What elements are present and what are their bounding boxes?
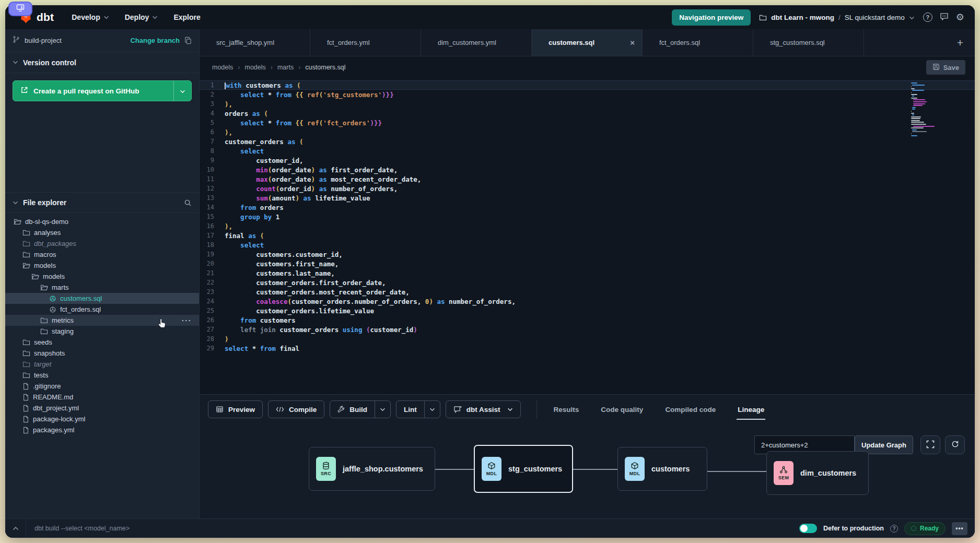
code-line[interactable]: 4orders as ( xyxy=(200,109,975,118)
code-line[interactable]: 15 group by 1 xyxy=(200,212,975,221)
code-line[interactable]: 28) xyxy=(200,334,975,344)
tab-customers-sql[interactable]: customers.sql× xyxy=(532,29,643,56)
navigation-preview-button[interactable]: Navigation preview xyxy=(672,9,751,26)
file-tree-item-fct-orders-sql[interactable]: fct_orders.sql xyxy=(5,304,199,315)
code-line[interactable]: 8 select xyxy=(200,146,975,156)
file-tree-item-marts[interactable]: marts xyxy=(5,282,199,293)
lint-button[interactable]: Lint xyxy=(396,400,440,418)
code-line[interactable]: 19 customers.customer_id, xyxy=(200,250,975,259)
file-tree-item-db-sl-qs-demo[interactable]: db-sl-qs-demo xyxy=(5,216,199,227)
code-line[interactable]: 26 from customers xyxy=(200,315,975,325)
code-editor[interactable]: 1with customers as (2 select * from {{ r… xyxy=(200,78,975,394)
nav-item-explore[interactable]: Explore xyxy=(173,13,200,21)
file-tree-item-seeds[interactable]: seeds xyxy=(5,337,199,348)
refresh-graph-button[interactable] xyxy=(945,435,965,454)
search-icon[interactable] xyxy=(184,199,192,207)
code-line[interactable]: 22 customer_orders.first_order_date, xyxy=(200,278,975,287)
account-breadcrumb[interactable]: dbt Learn - mwong / SL quickstart demo xyxy=(759,14,915,21)
copy-icon[interactable] xyxy=(184,37,192,44)
tab-stg-customers-sql[interactable]: stg_customers.sql xyxy=(753,29,864,56)
collapse-command-bar-button[interactable] xyxy=(5,519,26,538)
save-button[interactable]: Save xyxy=(926,60,965,75)
file-tree-item-snapshots[interactable]: snapshots xyxy=(5,348,199,359)
change-branch-link[interactable]: Change branch xyxy=(130,37,180,44)
code-line[interactable]: 12 count(order_id) as number_of_orders, xyxy=(200,184,975,193)
file-tree-item-dbt-packages[interactable]: dbt_packages xyxy=(5,238,199,249)
file-tree-item-dbt-project-yml[interactable]: dbt_project.yml xyxy=(5,403,199,414)
file-tree-item-analyses[interactable]: analyses xyxy=(5,227,199,238)
lineage-graph[interactable]: 2+customers+2 Update Graph SRCjaffle_sho… xyxy=(200,424,975,518)
lint-dropdown-caret[interactable] xyxy=(424,401,440,418)
file-tree-item-staging[interactable]: staging xyxy=(5,326,199,337)
file-tree-item-readme-md[interactable]: README.md xyxy=(5,392,199,403)
code-line[interactable]: 2 select * from {{ ref('stg_customers')}… xyxy=(200,90,975,99)
code-line[interactable]: 25 customer_orders.lifetime_value xyxy=(200,306,975,315)
code-line[interactable]: 7customer_orders as ( xyxy=(200,137,975,146)
code-line[interactable]: 17final as ( xyxy=(200,231,975,240)
code-line[interactable]: 23 customer_orders.most_recent_order_dat… xyxy=(200,287,975,297)
code-line[interactable]: 9 customer_id, xyxy=(200,156,975,165)
tab-code-quality[interactable]: Code quality xyxy=(600,400,644,419)
file-tree-item-macros[interactable]: macros xyxy=(5,249,199,260)
screen-share-badge[interactable] xyxy=(8,2,32,16)
feedback-icon[interactable] xyxy=(940,13,949,22)
tab-dim-customers-yml[interactable]: dim_customers.yml xyxy=(421,29,532,56)
code-line[interactable]: 3), xyxy=(200,99,975,109)
code-line[interactable]: 29select * from final xyxy=(200,344,975,353)
command-input[interactable]: dbt build --select <model_name> xyxy=(34,525,130,532)
file-tree-item-target[interactable]: target xyxy=(5,359,199,370)
version-control-header[interactable]: Version control xyxy=(5,52,199,73)
nav-item-deploy[interactable]: Deploy xyxy=(125,13,158,21)
tab-lineage[interactable]: Lineage xyxy=(737,400,765,419)
pr-button-caret[interactable] xyxy=(173,81,191,101)
code-line[interactable]: 16), xyxy=(200,221,975,231)
close-tab-icon[interactable]: × xyxy=(630,38,635,47)
create-pr-button[interactable]: Create a pull request on GitHub xyxy=(13,80,192,101)
file-tree-item-packages-yml[interactable]: packages.yml xyxy=(5,424,199,435)
dbt-assist-button[interactable]: dbt Assist xyxy=(446,400,521,418)
nav-item-develop[interactable]: Develop xyxy=(72,13,109,21)
editor-minimap[interactable] xyxy=(911,82,944,137)
code-line[interactable]: 5 select * from {{ ref('fct_orders')}} xyxy=(200,118,975,127)
help-icon[interactable]: ? xyxy=(923,13,932,22)
file-explorer-header[interactable]: File explorer xyxy=(5,192,199,213)
file-tree-item-package-lock-yml[interactable]: package-lock.yml xyxy=(5,414,199,424)
build-button[interactable]: Build xyxy=(330,400,391,418)
tab-fct-orders-yml[interactable]: fct_orders.yml xyxy=(310,29,421,56)
file-tree-item-tests[interactable]: tests xyxy=(5,370,199,381)
file-tree-item-models[interactable]: models xyxy=(5,271,199,282)
code-line[interactable]: 10 min(order_date) as first_order_date, xyxy=(200,165,975,174)
lineage-node-dim-customers[interactable]: SEMdim_customers xyxy=(766,451,869,495)
code-line[interactable]: 24 coalesce(customer_orders.number_of_or… xyxy=(200,297,975,306)
code-line[interactable]: 27 left join customer_orders using (cust… xyxy=(200,325,975,334)
code-line[interactable]: 21 customers.last_name, xyxy=(200,268,975,278)
more-options-button[interactable]: ••• xyxy=(952,522,967,535)
file-tree-item-metrics[interactable]: metrics··· xyxy=(5,315,199,326)
code-line[interactable]: 1with customers as ( xyxy=(200,80,975,90)
code-line[interactable]: 11 max(order_date) as most_recent_order_… xyxy=(200,174,975,184)
build-dropdown-caret[interactable] xyxy=(375,401,390,418)
lineage-node-stg-customers[interactable]: MDLstg_customers xyxy=(474,445,573,493)
lineage-node-jaffle-shop-customers[interactable]: SRCjaffle_shop.customers xyxy=(309,447,435,491)
gear-icon[interactable]: ⚙ xyxy=(956,13,964,22)
tab-compiled-code[interactable]: Compiled code xyxy=(664,400,717,419)
tab-fct-orders-sql[interactable]: fct_orders.sql xyxy=(643,29,753,56)
preview-button[interactable]: Preview xyxy=(208,400,263,418)
code-line[interactable]: 14 from orders xyxy=(200,203,975,212)
code-line[interactable]: 6), xyxy=(200,127,975,137)
code-line[interactable]: 13 sum(amount) as lifetime_value xyxy=(200,193,975,203)
defer-toggle[interactable] xyxy=(799,524,817,533)
compile-button[interactable]: Compile xyxy=(268,400,324,418)
tab-results[interactable]: Results xyxy=(553,400,580,419)
code-line[interactable]: 18 select xyxy=(200,240,975,250)
lineage-node-customers[interactable]: MDLcustomers xyxy=(617,447,707,491)
defer-help-icon[interactable]: ? xyxy=(890,525,898,533)
file-tree-item-customers-sql[interactable]: customers.sql xyxy=(5,293,199,304)
tab-src-jaffle-shop-yml[interactable]: src_jaffle_shop.yml xyxy=(200,29,310,56)
row-menu-icon[interactable]: ··· xyxy=(182,316,192,324)
file-tree-item--gitignore[interactable]: .gitignore xyxy=(5,381,199,392)
file-tree-item-models[interactable]: models xyxy=(5,260,199,271)
code-line[interactable]: 20 customers.first_name, xyxy=(200,259,975,268)
new-tab-button[interactable]: + xyxy=(946,29,975,56)
fullscreen-button[interactable] xyxy=(920,435,940,454)
